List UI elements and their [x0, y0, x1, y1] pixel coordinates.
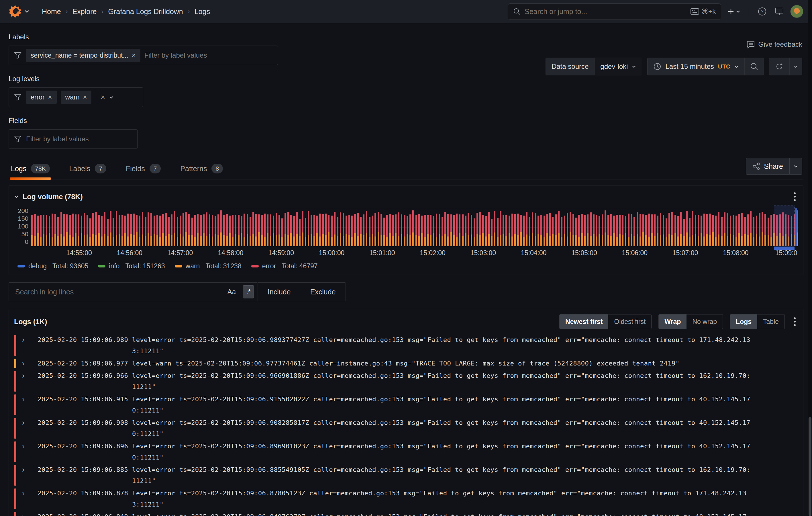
- volume-bar[interactable]: [735, 216, 737, 246]
- volume-bar[interactable]: [354, 214, 356, 246]
- volume-bar[interactable]: [421, 216, 423, 246]
- volume-bar[interactable]: [84, 213, 85, 246]
- volume-bar[interactable]: [462, 214, 464, 246]
- case-sensitive-button[interactable]: Aa: [225, 286, 239, 298]
- volume-bar[interactable]: [311, 215, 312, 246]
- volume-bar[interactable]: [148, 212, 149, 246]
- sort-oldest-first[interactable]: Oldest first: [608, 315, 651, 329]
- page-scrollbar[interactable]: [808, 0, 812, 516]
- volume-bar[interactable]: [340, 212, 342, 246]
- volume-bar[interactable]: [378, 212, 379, 246]
- volume-bar[interactable]: [686, 211, 688, 246]
- volume-bar[interactable]: [730, 216, 731, 246]
- volume-bar[interactable]: [724, 212, 725, 246]
- volume-bar[interactable]: [573, 214, 574, 246]
- legend-item-warn[interactable]: warnTotal: 31238: [175, 262, 241, 270]
- volume-bar[interactable]: [214, 216, 216, 246]
- volume-bar[interactable]: [145, 217, 146, 246]
- volume-bar[interactable]: [648, 214, 650, 246]
- volume-bar[interactable]: [78, 214, 80, 246]
- share-menu-caret[interactable]: [789, 158, 802, 174]
- volume-bar[interactable]: [584, 215, 586, 246]
- volume-bar[interactable]: [602, 214, 603, 246]
- volume-bar[interactable]: [302, 211, 304, 246]
- volume-bar[interactable]: [520, 215, 522, 246]
- volume-bar[interactable]: [451, 214, 452, 246]
- volume-bar[interactable]: [433, 216, 435, 246]
- volume-bar[interactable]: [502, 215, 504, 246]
- time-range-button[interactable]: Last 15 minutes UTC: [647, 58, 744, 75]
- log-line[interactable]: 2025-02-20 15:09:06.896 level=error ts=2…: [37, 441, 803, 452]
- volume-bar[interactable]: [480, 212, 481, 246]
- volume-bar[interactable]: [247, 214, 249, 246]
- volume-bar[interactable]: [113, 218, 114, 246]
- volume-bar[interactable]: [337, 217, 338, 246]
- volume-bar[interactable]: [610, 214, 612, 246]
- volume-bar[interactable]: [40, 215, 41, 246]
- volume-bar[interactable]: [188, 214, 190, 246]
- volume-bar[interactable]: [424, 215, 426, 246]
- labels-filter-bar[interactable]: service_name = tempo-distribut... × Filt…: [8, 46, 278, 65]
- volume-bar[interactable]: [60, 212, 62, 246]
- volume-bar[interactable]: [715, 216, 717, 246]
- volume-bar[interactable]: [316, 216, 318, 246]
- volume-bar[interactable]: [578, 215, 580, 246]
- volume-bar[interactable]: [223, 215, 225, 246]
- volume-bar[interactable]: [287, 212, 289, 246]
- volume-bar[interactable]: [741, 213, 743, 246]
- volume-bar[interactable]: [654, 214, 656, 246]
- regex-button[interactable]: .*: [243, 286, 254, 298]
- breadcrumb-item-explore[interactable]: Explore: [72, 7, 97, 16]
- volume-bar[interactable]: [605, 210, 606, 246]
- volume-bar[interactable]: [279, 215, 280, 246]
- volume-bar[interactable]: [497, 218, 498, 246]
- volume-bar[interactable]: [529, 217, 531, 246]
- tab-patterns[interactable]: Patterns8: [179, 160, 224, 179]
- remove-level-icon[interactable]: ×: [83, 93, 87, 101]
- volume-bar[interactable]: [581, 214, 583, 246]
- volume-bar[interactable]: [756, 216, 758, 246]
- tab-logs[interactable]: Logs78K: [10, 160, 51, 179]
- volume-bar[interactable]: [133, 214, 135, 246]
- volume-bar[interactable]: [69, 215, 71, 247]
- level-chip-warn[interactable]: warn×: [61, 90, 92, 104]
- volume-bar[interactable]: [212, 215, 213, 246]
- volume-bar[interactable]: [759, 213, 760, 246]
- volume-bar[interactable]: [124, 216, 126, 246]
- volume-bar[interactable]: [46, 215, 48, 246]
- volume-bar[interactable]: [241, 216, 242, 246]
- log-line[interactable]: 2025-02-20 15:09:06.885 level=error ts=2…: [37, 464, 803, 475]
- volume-bar[interactable]: [538, 216, 539, 246]
- volume-bar[interactable]: [535, 213, 536, 246]
- volume-bar[interactable]: [689, 218, 691, 246]
- breadcrumb-item-logs[interactable]: Logs: [195, 7, 210, 16]
- volume-bar[interactable]: [744, 217, 746, 246]
- volume-bar[interactable]: [89, 218, 91, 246]
- volume-bar[interactable]: [346, 216, 347, 246]
- volume-bar[interactable]: [567, 213, 569, 246]
- volume-bar[interactable]: [613, 216, 615, 246]
- volume-bar[interactable]: [488, 212, 490, 246]
- breadcrumb-item-home[interactable]: Home: [42, 7, 61, 16]
- volume-bar[interactable]: [409, 214, 411, 246]
- volume-bar[interactable]: [389, 214, 391, 246]
- volume-bar[interactable]: [92, 213, 94, 246]
- volume-bar[interactable]: [281, 218, 283, 246]
- volume-bar[interactable]: [683, 219, 685, 246]
- volume-bar[interactable]: [66, 214, 68, 246]
- volume-bar[interactable]: [407, 216, 408, 246]
- volume-bar[interactable]: [290, 215, 292, 246]
- volume-bar[interactable]: [273, 216, 274, 246]
- volume-bar[interactable]: [72, 214, 74, 246]
- volume-bar[interactable]: [363, 214, 365, 246]
- volume-bar[interactable]: [75, 214, 77, 246]
- volume-bar[interactable]: [733, 215, 734, 246]
- volume-bar[interactable]: [532, 212, 533, 246]
- volume-bar[interactable]: [753, 217, 755, 246]
- volume-bar[interactable]: [771, 215, 772, 246]
- volume-bar[interactable]: [558, 211, 559, 246]
- volume-bar[interactable]: [666, 218, 667, 246]
- volume-bar[interactable]: [404, 215, 405, 246]
- volume-bar[interactable]: [668, 213, 670, 246]
- volume-bar[interactable]: [235, 215, 237, 246]
